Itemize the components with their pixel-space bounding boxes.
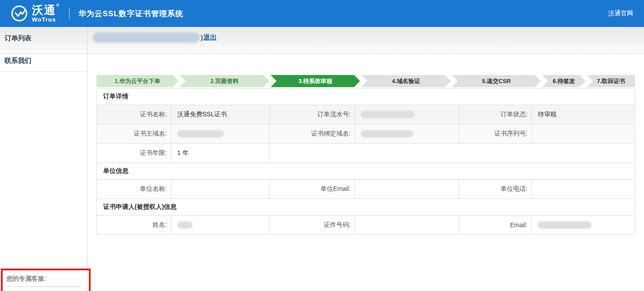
applicant-email-label: Email: — [459, 216, 532, 234]
applicant-name-label: 姓名: — [97, 216, 171, 234]
step-6-await-issue: 6.待签发 — [542, 75, 586, 87]
id-number-value — [355, 216, 459, 234]
step-4-domain-verify: 4.域名验证 — [361, 75, 451, 87]
section-title-order-details: 订单详情 — [97, 88, 635, 105]
bound-domain-redacted — [361, 130, 413, 137]
order-status-label: 订单状态: — [459, 105, 532, 124]
order-progress-steps: 1.华为云平台下单 2.完善资料 3.待系统审核 4.域名验证 5.递交CSR … — [96, 75, 635, 87]
table-row: 姓名: 证件号码: Email: — [97, 215, 635, 234]
order-detail-table: 订单详情 证书名称: 沃通免费SSL证书 订单流水号: 订单状态: 待审核 证书… — [96, 88, 635, 235]
user-bar: ) 退出 — [93, 31, 217, 43]
company-name-label: 单位名称: — [97, 180, 171, 198]
dedicated-service-label: 您的专属客服: — [3, 270, 89, 286]
empty-cell — [269, 144, 635, 163]
applicant-email-redacted — [538, 221, 591, 229]
cert-years-value: 1 年 — [171, 144, 270, 163]
applicant-email-value — [531, 216, 635, 234]
step-1-huawei-order: 1.华为云平台下单 — [96, 75, 178, 87]
cert-name-label: 证书名称: — [97, 105, 171, 124]
table-row: 证书名称: 沃通免费SSL证书 订单流水号: 订单状态: 待审核 — [97, 105, 635, 124]
username-suffix: ) — [201, 34, 203, 41]
brand-name-cn: 沃通® — [32, 4, 60, 16]
company-email-label: 单位Email: — [269, 180, 355, 198]
step-3-system-review: 3.待系统审核 — [271, 75, 360, 87]
order-number-value — [355, 105, 459, 124]
header-divider — [69, 7, 70, 20]
main-domain-label: 证书主域名: — [97, 124, 171, 143]
main-domain-value — [171, 124, 270, 143]
section-title-company-info: 单位信息 — [97, 163, 635, 179]
applicant-name-redacted — [177, 221, 193, 229]
order-status-value: 待审核 — [531, 105, 635, 124]
table-row: 证书年限: 1 年 — [97, 143, 635, 163]
main-domain-redacted — [177, 130, 224, 137]
app-title: 华为云SSL数字证书管理系统 — [79, 9, 184, 19]
username-redacted — [93, 32, 200, 43]
app-header: 沃通® WoTrus 华为云SSL数字证书管理系统 沃通官网 — [0, 0, 644, 27]
bound-domain-label: 证书绑定域名: — [269, 124, 355, 143]
wotrus-check-icon — [11, 5, 28, 22]
sidebar-item-order-list[interactable]: 订单列表 — [0, 27, 87, 49]
registered-mark: ® — [56, 3, 60, 8]
step-7-retrieve-cert: 7.取回证书 — [587, 75, 635, 87]
step-5-submit-csr: 5.递交CSR — [452, 75, 541, 87]
wotrus-logo: 沃通® WoTrus — [11, 4, 60, 22]
cert-years-label: 证书年限: — [97, 144, 171, 163]
applicant-name-value — [171, 216, 270, 234]
sidebar-item-contact-us[interactable]: 联系我们 — [0, 49, 87, 72]
service-divider — [6, 287, 82, 287]
cert-serial-value — [531, 124, 635, 143]
sidebar: 订单列表 联系我们 — [0, 27, 88, 291]
dedicated-service-highlight-box: 您的专属客服: — [1, 269, 91, 291]
order-number-redacted — [361, 111, 415, 118]
table-row: 证书主域名: 证书绑定域名: 证书序列号: — [97, 124, 635, 143]
company-name-value — [171, 180, 270, 198]
logout-link[interactable]: 退出 — [203, 33, 217, 42]
cert-name-value: 沃通免费SSL证书 — [171, 105, 270, 124]
brand-name-en: WoTrus — [32, 17, 60, 22]
order-number-label: 订单流水号: — [269, 105, 355, 124]
id-number-label: 证件号码: — [269, 216, 355, 234]
cert-serial-label: 证书序列号: — [459, 124, 532, 143]
official-site-link[interactable]: 沃通官网 — [608, 9, 633, 18]
step-2-complete-info: 2.完善资料 — [180, 75, 269, 87]
company-phone-label: 单位电话: — [459, 180, 532, 198]
company-email-value — [355, 180, 459, 198]
company-phone-value — [531, 180, 635, 198]
table-row: 单位名称: 单位Email: 单位电话: — [97, 179, 635, 198]
bound-domain-value — [355, 124, 459, 143]
section-title-applicant-info: 证书申请人(被授权人)信息 — [97, 198, 635, 215]
